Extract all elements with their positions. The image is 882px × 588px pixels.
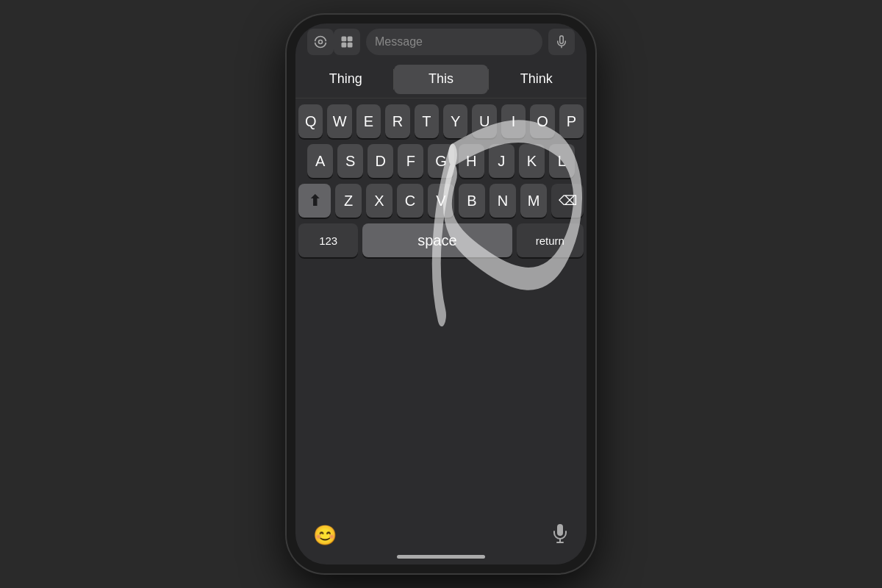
- delete-icon: ⌫: [559, 193, 577, 209]
- svg-rect-4: [348, 43, 353, 48]
- key-i[interactable]: I: [501, 104, 526, 138]
- key-d[interactable]: D: [368, 144, 393, 178]
- home-indicator: [397, 555, 485, 559]
- space-label: space: [417, 232, 456, 249]
- autocorrect-left[interactable]: Thing: [298, 65, 393, 94]
- shift-icon: ⬆: [309, 192, 321, 209]
- autocorrect-center[interactable]: This: [394, 65, 489, 94]
- key-e[interactable]: E: [356, 104, 381, 138]
- key-h[interactable]: H: [459, 144, 484, 178]
- key-shift[interactable]: ⬆: [298, 184, 331, 218]
- key-y[interactable]: Y: [443, 104, 467, 138]
- key-t[interactable]: T: [415, 104, 439, 138]
- key-n[interactable]: N: [490, 184, 516, 218]
- autocorrect-center-label: This: [429, 71, 453, 87]
- key-l[interactable]: L: [549, 144, 575, 178]
- key-delete[interactable]: ⌫: [551, 184, 584, 218]
- key-f[interactable]: F: [398, 144, 423, 178]
- key-w[interactable]: W: [327, 104, 351, 138]
- autocorrect-right[interactable]: Think: [489, 65, 584, 94]
- key-u[interactable]: U: [472, 104, 496, 138]
- key-c[interactable]: C: [397, 184, 423, 218]
- keyboard-row-1: Q W E R T Y U I O P: [298, 104, 584, 138]
- keyboard-area: Q W E R T Y U I O P A S D F G H J K: [295, 98, 587, 513]
- key-v[interactable]: V: [428, 184, 454, 218]
- key-return[interactable]: return: [517, 223, 584, 257]
- key-z[interactable]: Z: [335, 184, 362, 218]
- message-placeholder: Message: [375, 35, 423, 49]
- message-input[interactable]: Message: [366, 29, 542, 55]
- phone-frame: Message Thing This Think: [287, 15, 595, 573]
- key-j[interactable]: J: [489, 144, 514, 178]
- key-x[interactable]: X: [366, 184, 392, 218]
- apps-icon[interactable]: [334, 29, 360, 55]
- key-q[interactable]: Q: [298, 104, 323, 138]
- keyboard-row-2: A S D F G H J K L: [298, 144, 584, 178]
- top-bar: Message: [295, 24, 587, 60]
- key-g[interactable]: G: [428, 144, 453, 178]
- svg-rect-2: [348, 37, 353, 42]
- keyboard-row-3: ⬆ Z X C V B N M ⌫: [298, 184, 584, 218]
- phone-screen: Message Thing This Think: [295, 24, 587, 564]
- key-s[interactable]: S: [337, 144, 363, 178]
- key-m[interactable]: M: [520, 184, 547, 218]
- mic-input-icon[interactable]: [548, 29, 575, 55]
- key-o[interactable]: O: [530, 104, 554, 138]
- key-k[interactable]: K: [519, 144, 545, 178]
- key-r[interactable]: R: [385, 104, 409, 138]
- svg-point-0: [319, 40, 323, 44]
- svg-rect-3: [342, 43, 347, 48]
- autocorrect-bar: Thing This Think: [295, 60, 587, 98]
- key-a[interactable]: A: [307, 144, 333, 178]
- numbers-label: 123: [319, 234, 337, 247]
- dictation-icon[interactable]: [551, 523, 569, 548]
- keyboard-row-4: 123 space return: [298, 223, 584, 257]
- key-space[interactable]: space: [362, 223, 512, 257]
- camera-icon[interactable]: [307, 29, 334, 55]
- key-numbers[interactable]: 123: [298, 223, 358, 257]
- autocorrect-right-label: Think: [520, 71, 553, 87]
- emoji-icon[interactable]: 😊: [313, 524, 337, 547]
- key-p[interactable]: P: [559, 104, 584, 138]
- key-b[interactable]: B: [459, 184, 485, 218]
- autocorrect-left-label: Thing: [329, 71, 362, 87]
- return-label: return: [536, 234, 564, 247]
- svg-rect-1: [342, 37, 347, 42]
